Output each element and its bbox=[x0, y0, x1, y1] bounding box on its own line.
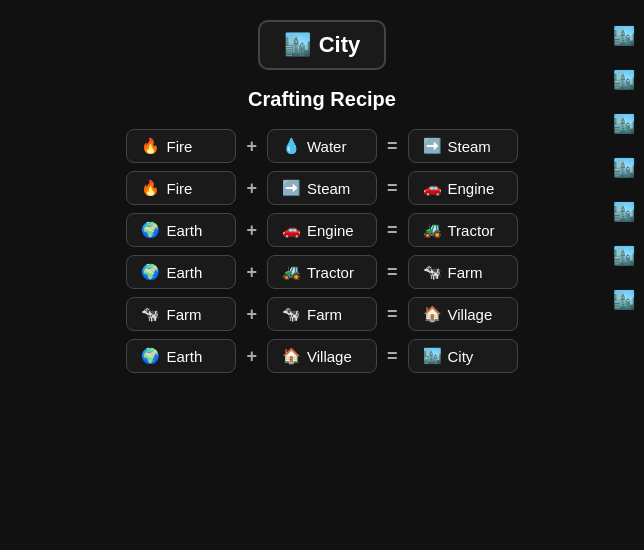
sidebar-icon-1[interactable]: 🏙️ bbox=[608, 64, 640, 96]
output-badge: ➡️ Steam bbox=[408, 129, 518, 163]
input1-label: Fire bbox=[166, 138, 192, 155]
sidebar-icon-4[interactable]: 🏙️ bbox=[608, 196, 640, 228]
equals-operator: = bbox=[387, 346, 398, 367]
sidebar: 🏙️🏙️🏙️🏙️🏙️🏙️🏙️ bbox=[604, 0, 644, 550]
recipe-row: 🔥 Fire + ➡️ Steam = 🚗 Engine bbox=[126, 171, 517, 205]
input1-emoji: 🌍 bbox=[141, 221, 160, 239]
input2-badge: 💧 Water bbox=[267, 129, 377, 163]
input2-label: Village bbox=[307, 348, 352, 365]
output-label: Village bbox=[448, 306, 493, 323]
input1-emoji: 🔥 bbox=[141, 137, 160, 155]
output-badge: 🏙️ City bbox=[408, 339, 518, 373]
equals-operator: = bbox=[387, 262, 398, 283]
input1-emoji: 🔥 bbox=[141, 179, 160, 197]
main-container: 🏙️ City Crafting Recipe 🔥 Fire + 💧 Water… bbox=[0, 0, 644, 373]
plus-operator: + bbox=[246, 304, 257, 325]
output-emoji: 🚜 bbox=[423, 221, 442, 239]
output-badge: 🏠 Village bbox=[408, 297, 518, 331]
recipe-row: 🐄 Farm + 🐄 Farm = 🏠 Village bbox=[126, 297, 517, 331]
input1-emoji: 🐄 bbox=[141, 305, 160, 323]
sidebar-icon-3[interactable]: 🏙️ bbox=[608, 152, 640, 184]
input2-badge: ➡️ Steam bbox=[267, 171, 377, 205]
plus-operator: + bbox=[246, 220, 257, 241]
recipe-row: 🔥 Fire + 💧 Water = ➡️ Steam bbox=[126, 129, 517, 163]
output-label: Steam bbox=[448, 138, 491, 155]
recipe-row: 🌍 Earth + 🚜 Tractor = 🐄 Farm bbox=[126, 255, 517, 289]
input2-emoji: 🐄 bbox=[282, 305, 301, 323]
input1-label: Farm bbox=[166, 306, 201, 323]
output-emoji: 🚗 bbox=[423, 179, 442, 197]
output-emoji: 🏙️ bbox=[423, 347, 442, 365]
input1-label: Fire bbox=[166, 180, 192, 197]
input2-emoji: 🚜 bbox=[282, 263, 301, 281]
input2-label: Water bbox=[307, 138, 346, 155]
input1-label: Earth bbox=[166, 222, 202, 239]
input2-badge: 🚗 Engine bbox=[267, 213, 377, 247]
city-badge-emoji: 🏙️ bbox=[284, 32, 311, 58]
equals-operator: = bbox=[387, 220, 398, 241]
input1-badge: 🌍 Earth bbox=[126, 255, 236, 289]
input1-emoji: 🌍 bbox=[141, 263, 160, 281]
input1-badge: 🔥 Fire bbox=[126, 171, 236, 205]
section-title: Crafting Recipe bbox=[248, 88, 396, 111]
input2-badge: 🏠 Village bbox=[267, 339, 377, 373]
input1-badge: 🔥 Fire bbox=[126, 129, 236, 163]
plus-operator: + bbox=[246, 346, 257, 367]
equals-operator: = bbox=[387, 304, 398, 325]
input2-emoji: ➡️ bbox=[282, 179, 301, 197]
recipe-list: 🔥 Fire + 💧 Water = ➡️ Steam 🔥 Fire + ➡️ … bbox=[126, 129, 517, 373]
input2-label: Steam bbox=[307, 180, 350, 197]
sidebar-icon-5[interactable]: 🏙️ bbox=[608, 240, 640, 272]
output-emoji: ➡️ bbox=[423, 137, 442, 155]
input1-label: Earth bbox=[166, 348, 202, 365]
plus-operator: + bbox=[246, 262, 257, 283]
plus-operator: + bbox=[246, 178, 257, 199]
input2-label: Engine bbox=[307, 222, 354, 239]
output-badge: 🚜 Tractor bbox=[408, 213, 518, 247]
input2-badge: 🚜 Tractor bbox=[267, 255, 377, 289]
output-label: Tractor bbox=[448, 222, 495, 239]
output-label: City bbox=[448, 348, 474, 365]
output-emoji: 🏠 bbox=[423, 305, 442, 323]
plus-operator: + bbox=[246, 136, 257, 157]
equals-operator: = bbox=[387, 136, 398, 157]
input1-badge: 🐄 Farm bbox=[126, 297, 236, 331]
output-badge: 🚗 Engine bbox=[408, 171, 518, 205]
input1-emoji: 🌍 bbox=[141, 347, 160, 365]
input2-label: Farm bbox=[307, 306, 342, 323]
input2-badge: 🐄 Farm bbox=[267, 297, 377, 331]
input2-label: Tractor bbox=[307, 264, 354, 281]
output-label: Engine bbox=[448, 180, 495, 197]
input1-badge: 🌍 Earth bbox=[126, 213, 236, 247]
input1-label: Earth bbox=[166, 264, 202, 281]
sidebar-icon-0[interactable]: 🏙️ bbox=[608, 20, 640, 52]
input2-emoji: 💧 bbox=[282, 137, 301, 155]
city-badge: 🏙️ City bbox=[258, 20, 387, 70]
input2-emoji: 🏠 bbox=[282, 347, 301, 365]
input2-emoji: 🚗 bbox=[282, 221, 301, 239]
output-label: Farm bbox=[448, 264, 483, 281]
output-emoji: 🐄 bbox=[423, 263, 442, 281]
recipe-row: 🌍 Earth + 🏠 Village = 🏙️ City bbox=[126, 339, 517, 373]
sidebar-icon-2[interactable]: 🏙️ bbox=[608, 108, 640, 140]
input1-badge: 🌍 Earth bbox=[126, 339, 236, 373]
sidebar-icon-6[interactable]: 🏙️ bbox=[608, 284, 640, 316]
output-badge: 🐄 Farm bbox=[408, 255, 518, 289]
equals-operator: = bbox=[387, 178, 398, 199]
recipe-row: 🌍 Earth + 🚗 Engine = 🚜 Tractor bbox=[126, 213, 517, 247]
city-badge-label: City bbox=[319, 32, 361, 58]
